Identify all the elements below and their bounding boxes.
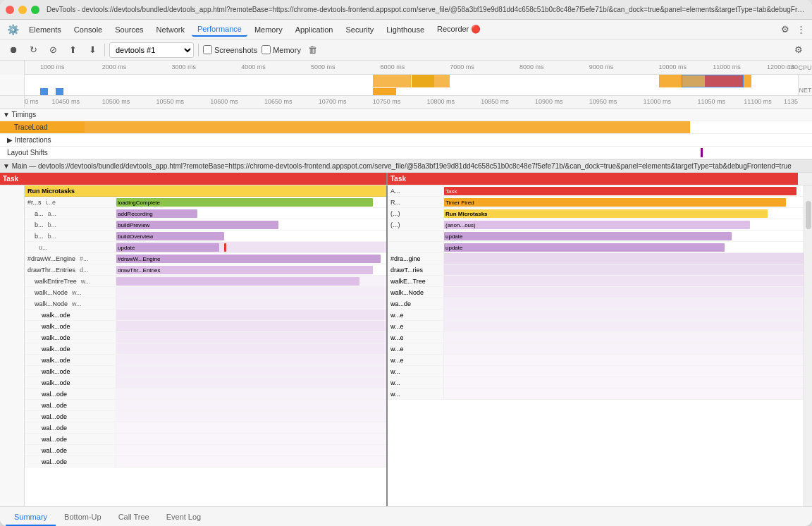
row4-label: b... (35, 233, 44, 240)
net-label: NET (798, 75, 812, 95)
walk-row-5[interactable]: walk...ode (25, 355, 386, 366)
run-microtasks-bar[interactable]: Run Microtasks (25, 185, 386, 197)
right-bar-update2: update (444, 243, 725, 252)
timings-header-row[interactable]: ▼ Timings (0, 109, 812, 121)
nav-item-sources[interactable]: Sources (109, 23, 149, 36)
row5-marker (224, 243, 226, 252)
layout-shifts-row[interactable]: Layout Shifts (0, 147, 812, 159)
settings-icon[interactable]: ⚙ (778, 23, 792, 37)
walk-row-2[interactable]: walk...ode (25, 321, 386, 332)
nav-item-memory[interactable]: Memory (249, 23, 288, 36)
left-task-header: Task (0, 173, 388, 185)
scrollbar-thumb[interactable] (806, 201, 811, 229)
download-button[interactable]: ⬇ (85, 42, 100, 58)
tick-7000: 7000 ms (450, 63, 474, 71)
tab-summary[interactable]: Summary (6, 509, 56, 526)
right-task-label: Task (388, 175, 406, 183)
flame-row-2[interactable]: a... a... addRecording (25, 208, 386, 219)
screenshots-checkbox-label[interactable]: Screenshots (203, 45, 257, 54)
flame-row-4[interactable]: b... b... buildOverview (25, 231, 386, 242)
btick-6: 10650 ms (264, 98, 293, 105)
btick-4: 10550 ms (156, 98, 184, 105)
screenshots-checkbox[interactable] (203, 45, 212, 54)
nav-item-performance[interactable]: Performance (192, 23, 247, 37)
flame-row-3[interactable]: b... b... buildPreview (25, 219, 386, 231)
walk-row-9[interactable]: wal...ode (25, 400, 386, 411)
walk-row-4[interactable]: walk...ode (25, 343, 386, 355)
interactions-row[interactable]: ▶ Interactions (0, 134, 812, 147)
more-icon[interactable]: ⋮ (794, 23, 808, 37)
close-button[interactable] (6, 6, 14, 14)
main-flame-area: ▼ Timings TraceLoad ▶ Interactions Layou… (0, 109, 812, 506)
cpu-label: CPU (798, 61, 812, 75)
nav-item-security[interactable]: Security (340, 23, 379, 36)
nav-item-lighthouse[interactable]: Lighthouse (381, 23, 430, 36)
walk-row-14[interactable]: wal...ode (25, 456, 386, 467)
walk-row-13[interactable]: wal...ode (25, 445, 386, 456)
profile-select[interactable]: devtools #1 (109, 42, 194, 58)
nav-item-application[interactable]: Application (290, 23, 339, 36)
traceload-row[interactable]: TraceLoad (0, 121, 812, 134)
tab-bottom-up[interactable]: Bottom-Up (56, 509, 110, 526)
title-bar: DevTools - devtools://devtools/bundled/d… (0, 0, 812, 20)
scrollbar[interactable] (804, 185, 812, 506)
walk-row-3[interactable]: walk...ode (25, 332, 386, 343)
minimize-button[interactable] (18, 6, 27, 14)
flame-headers: Task Task (0, 173, 812, 185)
tab-call-tree[interactable]: Call Tree (110, 509, 158, 526)
reload-button[interactable]: ↻ (25, 42, 41, 58)
right-flame-panel[interactable]: A... Task R... Timer Fired (388, 185, 804, 506)
walk-row-8[interactable]: wal...ode (25, 389, 386, 400)
flame-row-10[interactable]: walk...Node w... (25, 298, 386, 310)
row2-bar: addRecording (116, 209, 197, 218)
btick-end: 1135 (784, 98, 798, 105)
memory-checkbox[interactable] (262, 45, 271, 54)
row7-bar: drawThr...Entries (116, 266, 373, 274)
left-flame-panel[interactable]: Run Microtasks #r...s i...e loadingCompl… (25, 185, 388, 506)
flame-charts-area: Task Task (0, 173, 812, 506)
walk-row-6[interactable]: walk...ode (25, 366, 386, 377)
clear-recording-button[interactable]: 🗑 (305, 42, 321, 58)
layout-shifts-label: Layout Shifts (0, 149, 85, 157)
walk-row-1[interactable]: walk...ode (25, 310, 386, 321)
overview-bars[interactable]: NET (0, 75, 812, 96)
nav-item-devtools-icon[interactable]: ⚙️ (4, 24, 22, 35)
walk-row-11[interactable]: wal...ode (25, 422, 386, 434)
row3-label: b... (35, 221, 44, 228)
nav-item-console[interactable]: Console (68, 23, 108, 36)
row6-sublabel: #... (80, 255, 89, 262)
memory-checkbox-label[interactable]: Memory (262, 45, 301, 54)
btick-10: 10850 ms (481, 98, 509, 105)
btick-9: 10800 ms (426, 98, 455, 105)
walk-row-7[interactable]: walk...ode (25, 377, 386, 389)
record-button[interactable]: ⏺ (6, 42, 21, 58)
tick-130: 130 (787, 63, 798, 71)
toolbar-settings-button[interactable]: ⚙ (791, 42, 806, 58)
flame-row-9[interactable]: walk...Node w... (25, 287, 386, 298)
row8-label: walkEntireTree (35, 278, 77, 285)
flame-row-8[interactable]: walkEntireTree w... (25, 276, 386, 287)
walk-row-12[interactable]: wal...ode (25, 434, 386, 445)
nav-item-network[interactable]: Network (151, 23, 190, 36)
row4-bar: buildOverview (116, 232, 224, 240)
flame-row-6[interactable]: #drawW...Engine #... #drawW...Engine (25, 253, 386, 264)
toolbar: ⏺ ↻ ⊘ ⬆ ⬇ devtools #1 Screenshots Memory… (0, 39, 812, 61)
walk-row-10[interactable]: wal...ode (25, 411, 386, 422)
nav-item-recorder[interactable]: Recorder 🔴 (431, 23, 486, 36)
flame-row-7[interactable]: drawThr...Entries d... drawThr...Entries (25, 264, 386, 276)
clear-button[interactable]: ⊘ (45, 42, 61, 58)
tab-event-log[interactable]: Event Log (158, 509, 210, 526)
row3-bar: buildPreview (116, 221, 278, 229)
flame-row-5[interactable]: u... update (25, 242, 386, 253)
flame-row-1[interactable]: #r...s i...e loadingComplete (25, 197, 386, 208)
traceload-end (690, 121, 812, 133)
flame-body: Run Microtasks #r...s i...e loadingCompl… (0, 185, 812, 506)
timings-header-label[interactable]: ▼ Timings (0, 111, 36, 118)
row7-sublabel: d... (80, 267, 89, 274)
tick-4000: 4000 ms (241, 63, 266, 71)
right-row-label-1: A... Task (388, 185, 804, 197)
maximize-button[interactable] (31, 6, 39, 14)
upload-button[interactable]: ⬆ (65, 42, 80, 58)
nav-item-elements[interactable]: Elements (23, 23, 67, 36)
layout-shifts-bar (85, 147, 812, 159)
